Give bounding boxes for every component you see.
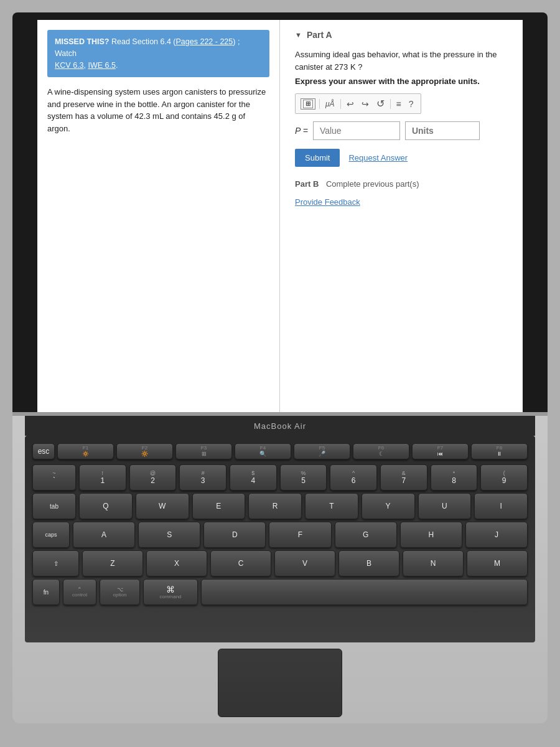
toolbar-divider-1 xyxy=(319,99,320,109)
key-h[interactable]: H xyxy=(400,522,462,548)
key-d[interactable]: D xyxy=(203,522,266,548)
request-answer-button[interactable]: Request Answer xyxy=(348,153,408,162)
mu-icon[interactable]: μÅ xyxy=(324,98,337,110)
undo-icon[interactable]: ↩ xyxy=(345,98,356,110)
missed-this-text: Read Section 6.4 ( xyxy=(110,37,176,46)
missed-this-box: MISSED THIS? Read Section 6.4 (Pages 222… xyxy=(47,30,269,77)
key-f4[interactable]: F4🔍 xyxy=(235,443,291,459)
key-i[interactable]: I xyxy=(474,493,528,519)
key-3[interactable]: #3 xyxy=(179,464,226,491)
key-s[interactable]: S xyxy=(138,522,200,548)
units-input[interactable] xyxy=(405,121,480,140)
key-f3[interactable]: F3⊞ xyxy=(175,443,232,459)
redo-icon[interactable]: ↪ xyxy=(360,98,371,110)
toolbar-divider-3 xyxy=(390,99,391,109)
bottom-row: fn ⌃control ⌥option ⌘command xyxy=(32,579,528,605)
laptop-body: MacBook Air esc F1🔅 F2🔆 F3⊞ F4🔍 F5🎤 F6☾ … xyxy=(12,412,548,723)
overall-background: MISSED THIS? Read Section 6.4 (Pages 222… xyxy=(0,0,560,747)
key-f6[interactable]: F6☾ xyxy=(353,443,409,459)
pages-link[interactable]: Pages 222 - 225 xyxy=(176,37,233,46)
key-2[interactable]: @2 xyxy=(129,464,177,491)
kcv-link[interactable]: KCV 6.3 xyxy=(55,61,84,70)
number-row: ~` !1 @2 #3 $4 %5 ^6 &7 *8 (9 xyxy=(32,464,528,491)
button-row: Submit Request Answer xyxy=(295,149,508,167)
key-space[interactable] xyxy=(201,579,528,605)
equals-icon[interactable]: ≡ xyxy=(394,98,403,110)
provide-feedback-section: Provide Feedback xyxy=(295,197,508,207)
qwerty-row: tab Q W E R T Y U I xyxy=(32,493,528,519)
screen: MISSED THIS? Read Section 6.4 (Pages 222… xyxy=(37,20,523,412)
key-f5[interactable]: F5🎤 xyxy=(294,443,350,459)
left-panel: MISSED THIS? Read Section 6.4 (Pages 222… xyxy=(37,20,280,412)
key-tilde[interactable]: ~` xyxy=(32,464,76,491)
key-command-left[interactable]: ⌘command xyxy=(143,579,198,605)
macbook-label-bar: MacBook Air xyxy=(25,416,535,436)
keyboard-housing: esc F1🔅 F2🔆 F3⊞ F4🔍 F5🎤 F6☾ F7⏮ F8⏸ ~` !… xyxy=(25,436,535,642)
key-t[interactable]: T xyxy=(305,493,358,519)
missed-this-label: MISSED THIS? xyxy=(55,37,110,46)
key-6[interactable]: ^6 xyxy=(330,464,377,491)
key-z[interactable]: Z xyxy=(82,550,143,576)
key-option[interactable]: ⌥option xyxy=(100,579,140,605)
touchpad[interactable] xyxy=(218,649,342,717)
key-r[interactable]: R xyxy=(248,493,302,519)
value-input[interactable] xyxy=(313,121,400,140)
problem-text: A wine-dispensing system uses argon cani… xyxy=(47,86,269,134)
key-f2[interactable]: F2🔆 xyxy=(116,443,173,459)
key-y[interactable]: Y xyxy=(362,493,415,519)
key-w[interactable]: W xyxy=(136,493,189,519)
key-x[interactable]: X xyxy=(146,550,207,576)
answer-row: P = xyxy=(295,121,508,140)
content-area: MISSED THIS? Read Section 6.4 (Pages 222… xyxy=(37,20,523,412)
matrix-icon[interactable]: ⊞ xyxy=(301,98,315,110)
key-tab[interactable]: tab xyxy=(32,493,76,519)
iwe-link[interactable]: IWE 6.5 xyxy=(88,61,116,70)
part-a-label: Part A xyxy=(307,30,332,40)
fn-row: esc F1🔅 F2🔆 F3⊞ F4🔍 F5🎤 F6☾ F7⏮ F8⏸ xyxy=(32,443,528,459)
part-b-section: Part B Complete previous part(s) xyxy=(295,179,508,189)
key-f8[interactable]: F8⏸ xyxy=(471,443,528,459)
key-fn[interactable]: fn xyxy=(32,579,60,605)
key-m[interactable]: M xyxy=(467,550,528,576)
key-1[interactable]: !1 xyxy=(79,464,126,491)
key-g[interactable]: G xyxy=(335,522,397,548)
zxcv-row: ⇧ Z X C V B N M xyxy=(32,550,528,576)
key-q[interactable]: Q xyxy=(79,493,133,519)
key-9[interactable]: (9 xyxy=(480,464,528,491)
key-f[interactable]: F xyxy=(269,522,331,548)
right-panel: Part A Assuming ideal gas behavior, what… xyxy=(280,20,523,412)
key-f1[interactable]: F1🔅 xyxy=(57,443,114,459)
key-shift-left[interactable]: ⇧ xyxy=(32,550,79,576)
key-control[interactable]: ⌃control xyxy=(63,579,96,605)
key-caps[interactable]: caps xyxy=(32,522,70,548)
screen-bezel: MISSED THIS? Read Section 6.4 (Pages 222… xyxy=(12,12,548,412)
key-4[interactable]: $4 xyxy=(230,464,277,491)
part-b-label: Part B xyxy=(295,179,319,189)
key-7[interactable]: &7 xyxy=(380,464,427,491)
key-v[interactable]: V xyxy=(274,550,335,576)
key-a[interactable]: A xyxy=(73,522,135,548)
macbook-label: MacBook Air xyxy=(254,421,306,431)
refresh-icon[interactable]: ↺ xyxy=(375,96,386,111)
question-subtext: Express your answer with the appropriate… xyxy=(295,77,508,86)
provide-feedback-link[interactable]: Provide Feedback xyxy=(295,197,360,207)
key-n[interactable]: N xyxy=(403,550,464,576)
key-e[interactable]: E xyxy=(192,493,246,519)
key-f7[interactable]: F7⏮ xyxy=(412,443,469,459)
key-8[interactable]: *8 xyxy=(431,464,478,491)
toolbar: ⊞ μÅ ↩ ↪ ↺ ≡ ? xyxy=(295,93,421,114)
key-b[interactable]: B xyxy=(338,550,399,576)
key-esc[interactable]: esc xyxy=(32,443,55,459)
part-a-header: Part A xyxy=(295,30,508,40)
part-b-complete: Complete previous part(s) xyxy=(326,179,419,189)
p-label: P = xyxy=(295,126,308,136)
key-c[interactable]: C xyxy=(210,550,271,576)
key-5[interactable]: %5 xyxy=(280,464,327,491)
key-u[interactable]: U xyxy=(418,493,472,519)
asdf-row: caps A S D F G H J xyxy=(32,522,528,548)
laptop-wrapper: MISSED THIS? Read Section 6.4 (Pages 222… xyxy=(12,12,548,723)
submit-button[interactable]: Submit xyxy=(295,149,340,167)
key-j[interactable]: J xyxy=(465,522,528,548)
question-text: Assuming ideal gas behavior, what is the… xyxy=(295,49,508,73)
question-icon[interactable]: ? xyxy=(407,98,416,110)
